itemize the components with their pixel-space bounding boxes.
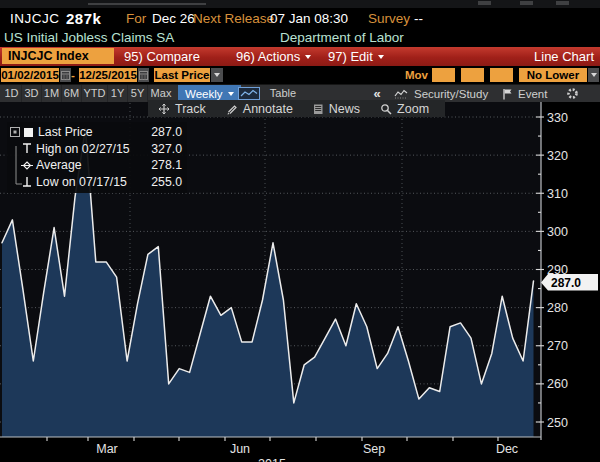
y-axis-label: 260 [547,377,568,391]
legend-value: 255.0 [151,175,183,189]
calendar-icon [139,71,148,80]
actions-menu-label: 96) Actions [236,47,300,66]
next-release-label: Next Release [193,8,274,29]
y-axis-label: 330 [547,111,568,125]
year-label-partial: 2015 [258,457,286,462]
security-name: US Initial Jobless Claims SA [4,29,174,47]
legend-row-low: Low on 07/17/15 255.0 [10,174,183,191]
window-edge-fragment [88,3,206,5]
flag-icon [502,88,513,100]
x-axis-label: Jun [230,442,250,456]
end-date-calendar-button[interactable] [138,68,149,82]
pencil-icon [226,103,238,115]
ticker-symbol: INJCJC [10,8,60,29]
event-button[interactable]: Event [502,85,547,102]
chevron-down-icon [228,92,234,96]
legend-expand-icon[interactable] [10,127,23,137]
date-range-separator: - [71,68,75,82]
track-label: Track [175,102,206,116]
survey-label: Survey [368,8,410,29]
legend-label: Last Price [38,125,93,139]
y-axis-label: 250 [547,416,568,430]
ticker-input-field[interactable]: INJCJC Index [2,48,114,64]
period-tab-1y[interactable]: 1Y [108,85,128,102]
zoom-button[interactable]: Zoom [370,100,439,117]
legend-bracket [13,146,23,188]
price-field-dropdown-button[interactable] [211,68,223,82]
x-axis-label: Dec [496,442,518,456]
legend-label: High on 02/27/15 [36,142,130,156]
chevron-down-icon [591,73,597,77]
window-edge-fragment [556,1,569,5]
window-top-edge [0,0,600,8]
window-edge-fragment [478,1,491,5]
last-price-badge-value: 287.0 [551,276,581,290]
chart-view-button[interactable] [238,87,260,100]
legend-value: 278.1 [151,158,183,172]
magnifier-icon [380,103,392,115]
chart-type-label: Line Chart [534,47,594,66]
settings-button[interactable] [566,85,579,102]
event-label: Event [518,88,547,100]
data-source: Department of Labor [280,29,404,47]
period-tab-3d[interactable]: 3D [22,85,42,102]
y-axis-label: 310 [547,187,568,201]
start-date-calendar-button[interactable] [60,68,71,82]
lower-chart-dropdown-button[interactable] [588,68,599,82]
chevron-down-icon [305,55,311,59]
annotate-label: Annotate [243,102,293,116]
period-tab-6m[interactable]: 6M [62,85,82,102]
chevron-down-icon [378,55,384,59]
next-release-time: 07 Jan 08:30 [270,8,348,29]
period-tab-ytd[interactable]: YTD [82,85,108,102]
price-field-selector[interactable]: Last Price [154,68,210,82]
legend-row-high: High on 02/27/15 327.0 [10,141,183,158]
edit-menu-label: 97) Edit [328,47,373,66]
legend-label: Low on 07/17/15 [36,175,127,189]
news-label: News [329,102,360,116]
x-axis-label: Mar [96,442,118,456]
last-price-square-marker [23,126,38,139]
high-marker [21,142,36,155]
mov-avg-input-2[interactable] [461,68,484,82]
legend-row-last-price: Last Price 287.0 [10,124,183,141]
track-button[interactable]: Track [148,100,216,117]
x-axis-label: Sep [363,442,385,456]
track-crosshair-icon [158,103,170,115]
survey-value: -- [414,8,423,29]
period-tab-1m[interactable]: 1M [42,85,62,102]
zoom-label: Zoom [397,102,429,116]
lower-chart-selector[interactable]: No Lower Chart [519,68,587,82]
actions-menu-button[interactable]: 96) Actions [236,47,311,66]
y-axis-label: 270 [547,339,568,353]
period-tab-5y[interactable]: 5Y [128,85,148,102]
y-axis-label: 280 [547,301,568,315]
calendar-icon [61,71,70,80]
legend-row-average: Average 278.1 [10,157,183,174]
news-icon [313,103,324,115]
study-chart-icon [394,88,409,99]
end-date-field[interactable]: 12/25/2015 [79,68,137,82]
gear-icon [566,87,579,100]
security-header-row: INJCJC 287k For Dec 26 Next Release 07 J… [0,8,600,29]
mov-avg-input-1[interactable] [432,68,455,82]
window-edge-fragment [520,1,533,5]
news-button[interactable]: News [303,100,370,117]
for-label: For [126,8,146,29]
edit-menu-button[interactable]: 97) Edit [328,47,384,66]
line-chart-icon [240,89,258,98]
security-study-label: Security/Study [414,88,488,100]
y-axis-label: 300 [547,225,568,239]
security-name-row: US Initial Jobless Claims SA Department … [0,29,600,47]
chart-legend: Last Price 287.0 High on 02/27/15 327.0 … [7,122,187,193]
start-date-field[interactable]: 01/02/2015 [1,68,59,82]
low-marker [21,175,36,188]
annotate-button[interactable]: Annotate [216,100,303,117]
chevron-down-icon [214,73,220,77]
period-tab-1d[interactable]: 1D [2,85,22,102]
command-toolbar: INJCJC Index 95) Compare 96) Actions 97)… [0,47,600,66]
legend-value: 287.0 [151,125,183,139]
compare-button[interactable]: 95) Compare [124,47,200,66]
mov-avg-input-3[interactable] [490,68,513,82]
y-axis-label: 320 [547,149,568,163]
